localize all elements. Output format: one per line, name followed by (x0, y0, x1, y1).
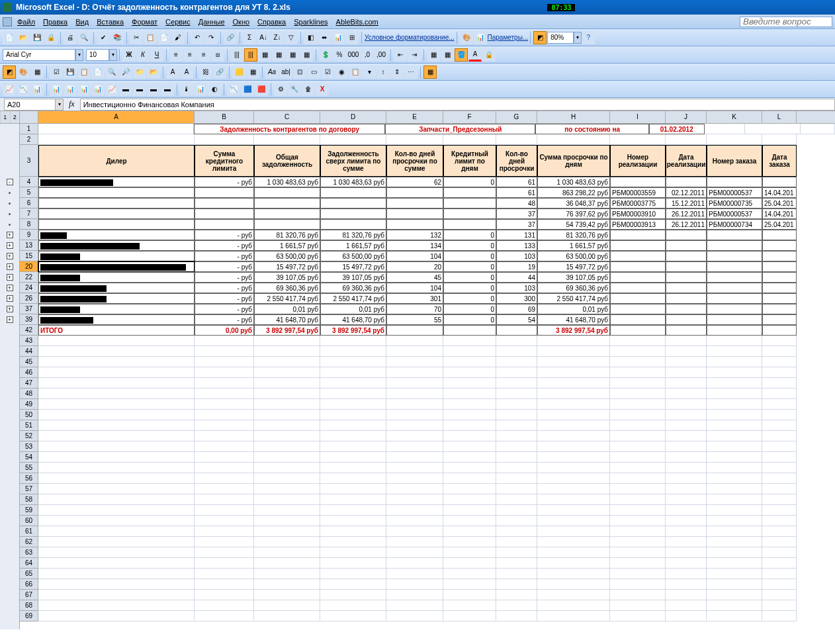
cell[interactable] (610, 473, 666, 484)
cell-H[interactable]: 54 739,42 руб (537, 219, 610, 230)
cell-I[interactable]: РБМ00003910 (610, 208, 666, 219)
cell[interactable] (707, 526, 762, 537)
row-header-42[interactable]: 42 (20, 325, 38, 336)
header-over_limit[interactable]: Задолженность сверх лимита по сумме (320, 145, 386, 177)
cell[interactable] (496, 484, 537, 494)
row-header-26[interactable]: 26 (20, 293, 38, 304)
cell[interactable] (537, 399, 610, 410)
cell-L[interactable] (762, 293, 797, 304)
scrollbar-icon[interactable]: ↕ (376, 66, 390, 79)
cell[interactable] (254, 346, 320, 357)
row-header-61[interactable]: 61 (20, 526, 38, 537)
cell-C[interactable]: 39 107,05 руб (254, 272, 320, 283)
lock-icon[interactable]: 🔒 (482, 48, 496, 62)
cell[interactable] (496, 600, 537, 611)
cell[interactable] (666, 410, 707, 420)
cell[interactable] (762, 505, 797, 516)
cell[interactable] (195, 537, 254, 547)
font-a2-icon[interactable]: A (180, 66, 193, 79)
cell[interactable] (254, 367, 320, 378)
spark20-icon[interactable]: 🔧 (288, 83, 301, 96)
cell[interactable] (707, 452, 762, 463)
cell[interactable] (707, 473, 762, 484)
cell[interactable] (496, 569, 537, 579)
autosum-icon[interactable]: Σ (243, 31, 256, 44)
cell-D[interactable] (320, 219, 386, 230)
cell[interactable] (386, 558, 443, 569)
cell[interactable] (707, 431, 762, 441)
cell-D[interactable]: 0,01 руб (320, 304, 386, 314)
cell[interactable] (707, 420, 762, 431)
cell[interactable] (496, 325, 537, 336)
cell-G[interactable]: 61 (496, 177, 537, 187)
cell[interactable] (443, 431, 496, 441)
cell[interactable] (707, 410, 762, 420)
header-dealer[interactable]: Дилер (38, 145, 195, 177)
row-header-3[interactable]: 3 (20, 145, 38, 177)
header-order_date[interactable]: Дата заказа (762, 145, 797, 177)
cell-L[interactable]: 14.04.201 (762, 208, 797, 219)
align-right-icon[interactable]: ≡ (197, 48, 210, 62)
zoom-combo[interactable]: 80% (547, 32, 574, 44)
cell[interactable] (320, 526, 386, 537)
grid3-icon[interactable]: ▦ (286, 48, 299, 62)
cell[interactable] (38, 463, 195, 473)
tool4-icon[interactable]: ☑ (50, 66, 63, 79)
spark2-icon[interactable]: 📉 (17, 83, 30, 96)
cell-H[interactable]: 69 360,36 руб (537, 283, 610, 293)
cell[interactable] (496, 441, 537, 452)
cell[interactable] (443, 441, 496, 452)
grid-orange-icon[interactable]: ▦ (423, 66, 437, 79)
listbox-icon[interactable]: 📋 (349, 66, 362, 79)
cell[interactable] (38, 124, 194, 134)
row-header-69[interactable]: 69 (20, 611, 38, 621)
cell[interactable] (195, 547, 254, 558)
cell-E[interactable]: 55 (386, 314, 443, 325)
cell-J[interactable]: 26.12.2011 (666, 219, 707, 230)
cell-E[interactable] (386, 219, 443, 230)
font-arrow-icon[interactable]: ▾ (75, 49, 83, 61)
spark10-icon[interactable]: ▬ (133, 83, 146, 96)
cell[interactable] (610, 357, 666, 367)
cell[interactable] (320, 558, 386, 569)
group-icon[interactable]: ⊡ (293, 66, 306, 79)
cell[interactable] (666, 516, 707, 526)
currency-icon[interactable]: 💲 (319, 48, 332, 62)
cell[interactable] (666, 526, 707, 537)
label-aa-icon[interactable]: Aa (265, 66, 279, 79)
tool6-icon[interactable]: 📋 (77, 66, 91, 79)
cell-D[interactable]: 63 500,00 руб (320, 251, 386, 261)
cell-C[interactable] (254, 198, 320, 208)
dealer-cell[interactable] (38, 177, 195, 187)
cell[interactable] (707, 558, 762, 569)
cell[interactable] (320, 357, 386, 367)
cell[interactable] (610, 547, 666, 558)
cell-H[interactable]: 63 500,00 руб (537, 251, 610, 261)
cell[interactable] (666, 389, 707, 399)
cell-B[interactable] (195, 187, 254, 198)
cell[interactable] (762, 336, 797, 346)
cell[interactable] (38, 516, 195, 526)
cell[interactable] (537, 569, 610, 579)
cell[interactable] (537, 410, 610, 420)
cell[interactable] (762, 463, 797, 473)
cell-D[interactable]: 41 648,70 руб (320, 314, 386, 325)
cell[interactable] (443, 378, 496, 389)
cell-E[interactable] (386, 208, 443, 219)
print-preview-icon[interactable]: 🔍 (77, 31, 91, 44)
combobox-icon[interactable]: ▾ (363, 66, 376, 79)
cell-I[interactable] (610, 272, 666, 283)
cell[interactable] (707, 346, 762, 357)
cell-D[interactable] (320, 198, 386, 208)
row-header-57[interactable]: 57 (20, 484, 38, 494)
cell[interactable] (537, 367, 610, 378)
hyperlink-icon[interactable]: 🔗 (224, 31, 237, 44)
align-left-icon[interactable]: ≡ (169, 48, 183, 62)
cell[interactable] (707, 537, 762, 547)
cell[interactable] (38, 526, 195, 537)
cell[interactable] (195, 516, 254, 526)
cell-D[interactable]: 1 030 483,63 руб (320, 177, 386, 187)
cell[interactable] (254, 463, 320, 473)
tool14-icon[interactable]: ⛓ (199, 66, 212, 79)
cell-F[interactable]: 0 (443, 314, 496, 325)
